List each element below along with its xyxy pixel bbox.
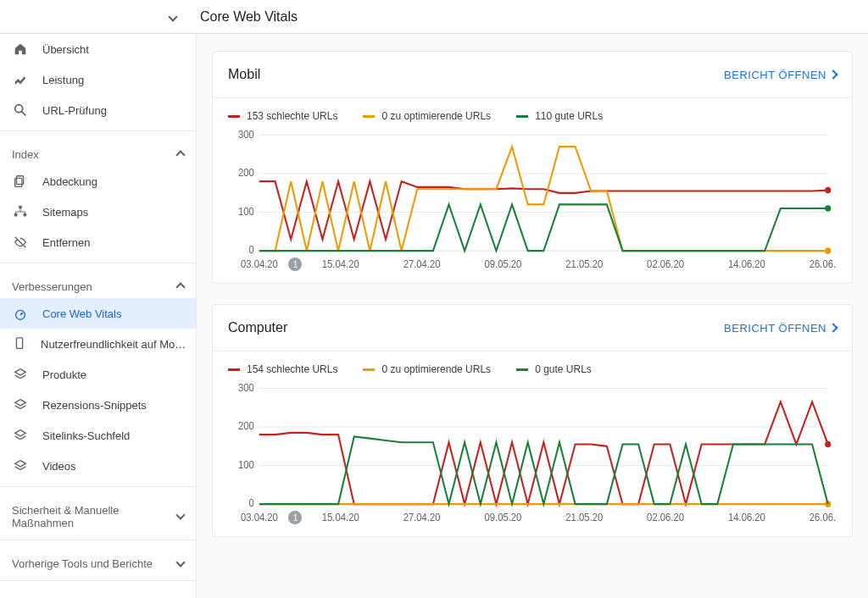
sidebar-section-title: Verbesserungen [12, 280, 92, 293]
sidebar-section-header[interactable]: Verbesserungen [0, 269, 196, 298]
legend-item-warn: 0 zu optimierende URLs [363, 363, 491, 375]
sidebar-item-label: Nutzerfreundlichkeit auf Mo… [41, 338, 186, 351]
sidebar-item-label: Übersicht [42, 43, 89, 56]
chart-legend: 153 schlechte URLs 0 zu optimierende URL… [213, 98, 852, 130]
svg-rect-7 [16, 338, 22, 349]
svg-text:21.05.20: 21.05.20 [565, 511, 603, 522]
card-desktop: Computer BERICHT ÖFFNEN 154 schlechte UR… [212, 304, 853, 537]
svg-text:21.05.20: 21.05.20 [565, 257, 603, 269]
legend-item-warn: 0 zu optimierende URLs [363, 110, 491, 122]
sidebar-item-sitelinks-suchfeld[interactable]: Sitelinks-Suchfeld [0, 420, 196, 451]
sidebar-section-title: Sicherheit & Manuelle Maßnahmen [12, 504, 177, 529]
event-marker[interactable]: 1 [288, 511, 302, 524]
svg-text:300: 300 [238, 130, 254, 140]
hide-icon [12, 234, 29, 251]
chevron-up-icon [175, 150, 185, 159]
card-title: Computer [228, 320, 287, 335]
sidebar-item-nutzerfreundlichkeit-auf-mo-[interactable]: Nutzerfreundlichkeit auf Mo… [0, 329, 196, 359]
svg-point-26 [825, 205, 831, 212]
sidebar-section-header[interactable]: Sicherheit & Manuelle Maßnahmen [0, 492, 196, 534]
sidebar-item-core-web-vitals[interactable]: Core Web Vitals [0, 298, 196, 329]
svg-point-43 [825, 441, 831, 448]
sidebar-section-header[interactable]: Index [0, 136, 196, 166]
chart-area: 010020030003.04.2015.04.2027.04.2009.05.… [213, 130, 852, 283]
search-icon [12, 102, 29, 119]
sidebar-item-label: Core Web Vitals [42, 307, 121, 320]
svg-text:02.06.20: 02.06.20 [647, 257, 684, 269]
sidebar: Übersicht Leistung URL-Prüfung Index Abd… [0, 34, 197, 598]
svg-text:14.06.20: 14.06.20 [728, 511, 765, 522]
svg-text:15.04.20: 15.04.20 [322, 511, 359, 522]
legend-item-bad: 153 schlechte URLs [228, 110, 337, 122]
sidebar-item-entfernen[interactable]: Entfernen [0, 227, 196, 257]
chart-area: 010020030003.04.2015.04.2027.04.2009.05.… [213, 384, 852, 536]
sidebar-item-rezensions-snippets[interactable]: Rezensions-Snippets [0, 390, 196, 420]
open-report-button[interactable]: BERICHT ÖFFNEN [724, 322, 837, 335]
sidebar-item-label: Rezensions-Snippets [42, 399, 147, 412]
chart-legend: 154 schlechte URLs 0 zu optimierende URL… [213, 352, 852, 384]
svg-text:02.06.20: 02.06.20 [647, 511, 684, 522]
legend-item-bad: 154 schlechte URLs [228, 363, 337, 375]
open-report-label: BERICHT ÖFFNEN [724, 322, 826, 335]
svg-text:27.04.20: 27.04.20 [403, 511, 441, 522]
sidebar-item-videos[interactable]: Videos [0, 451, 196, 481]
main: Mobil BERICHT ÖFFNEN 153 schlechte URLs … [197, 34, 868, 598]
sidebar-item-label: Leistung [42, 74, 84, 86]
sitemap-icon [12, 203, 29, 220]
chevron-right-icon [828, 323, 837, 332]
svg-text:0: 0 [248, 244, 254, 255]
event-marker[interactable]: 1 [288, 257, 302, 271]
home-icon [12, 41, 29, 58]
svg-text:0: 0 [248, 497, 254, 508]
svg-text:100: 100 [238, 459, 254, 470]
layers-icon [12, 457, 29, 474]
legend-item-good: 0 gute URLs [516, 363, 592, 375]
sidebar-item-label: Abdeckung [42, 175, 97, 188]
sidebar-item-produkte[interactable]: Produkte [0, 359, 196, 390]
layers-icon [12, 366, 29, 383]
svg-rect-4 [14, 213, 18, 217]
sidebar-section-title: Index [12, 148, 39, 161]
layers-icon [12, 396, 29, 413]
svg-text:09.05.20: 09.05.20 [484, 511, 521, 522]
sidebar-item-label: Entfernen [42, 236, 90, 249]
layers-icon [12, 427, 29, 444]
svg-rect-3 [19, 206, 22, 209]
chevron-up-icon [175, 282, 185, 291]
sidebar-item-abdeckung[interactable]: Abdeckung [0, 166, 196, 197]
svg-text:200: 200 [238, 167, 254, 178]
copy-icon [12, 173, 29, 190]
sidebar-item-sitemaps[interactable]: Sitemaps [0, 197, 196, 227]
svg-point-0 [15, 105, 23, 113]
sidebar-item-label: URL-Prüfung [42, 104, 107, 117]
sidebar-section-header[interactable]: Vorherige Tools und Berichte [0, 545, 196, 575]
svg-text:200: 200 [238, 420, 254, 431]
open-report-label: BERICHT ÖFFNEN [724, 69, 826, 81]
page-title: Core Web Vitals [176, 9, 298, 25]
speed-icon [12, 305, 29, 322]
sidebar-item-search[interactable]: URL-Prüfung [0, 95, 196, 125]
legend-item-good: 110 gute URLs [516, 110, 603, 122]
svg-text:14.06.20: 14.06.20 [728, 257, 765, 269]
property-dropdown[interactable] [170, 10, 176, 23]
card-title: Mobil [228, 67, 260, 82]
sidebar-item-home[interactable]: Übersicht [0, 34, 196, 64]
svg-text:15.04.20: 15.04.20 [322, 257, 359, 269]
svg-text:100: 100 [238, 206, 254, 217]
sidebar-item-trend[interactable]: Leistung [0, 64, 196, 95]
svg-point-24 [825, 187, 831, 194]
chevron-down-icon [175, 557, 185, 567]
svg-rect-5 [24, 213, 27, 217]
open-report-button[interactable]: BERICHT ÖFFNEN [724, 69, 837, 81]
sidebar-item-label: Sitemaps [42, 206, 88, 219]
sidebar-item-label: Sitelinks-Suchfeld [42, 429, 130, 442]
phone-icon [12, 335, 27, 352]
svg-text:26.06.20: 26.06.20 [810, 257, 837, 269]
svg-text:26.06.20: 26.06.20 [810, 511, 837, 522]
svg-text:03.04.20: 03.04.20 [241, 511, 278, 522]
chevron-right-icon [828, 69, 837, 79]
svg-text:300: 300 [238, 384, 254, 393]
svg-text:27.04.20: 27.04.20 [403, 257, 441, 269]
trend-icon [12, 71, 29, 88]
svg-text:03.04.20: 03.04.20 [241, 257, 278, 269]
